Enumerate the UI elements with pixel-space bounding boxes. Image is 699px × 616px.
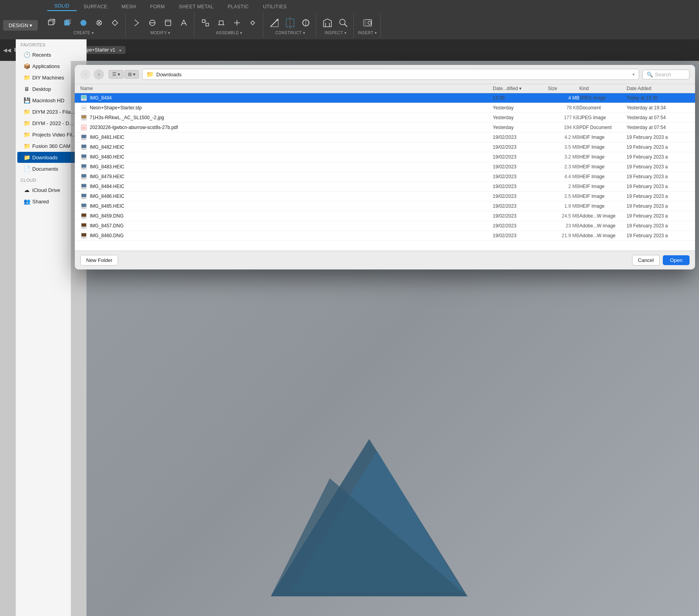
col-size[interactable]: Size — [548, 86, 579, 91]
new-folder-button[interactable]: New Folder — [80, 255, 118, 266]
table-row[interactable]: STP Neon+Shape+Starter.stp Yesterday 78 … — [75, 103, 695, 113]
grid-view-chevron: ▾ — [133, 72, 135, 77]
table-row[interactable]: DNG IMG_8460.DNG 19/02/2023 21.9 MB Adob… — [75, 231, 695, 241]
file-modified-date: 19/02/2023 — [493, 194, 548, 199]
file-type-icon: STP — [80, 104, 87, 111]
file-date-added: 19 February 2023 a — [627, 164, 690, 170]
modify-icon-1[interactable] — [129, 16, 144, 30]
col-name[interactable]: Name — [80, 86, 493, 91]
file-date-added: 19 February 2023 a — [627, 194, 690, 199]
svg-text:HEIC: HEIC — [82, 188, 86, 189]
svg-rect-79 — [81, 223, 86, 227]
location-bar[interactable]: 📁 Downloads ▾ — [142, 69, 639, 80]
location-chevron-icon: ▾ — [632, 72, 635, 77]
construct-icon-1[interactable] — [267, 16, 281, 30]
svg-rect-70 — [81, 194, 86, 197]
table-row[interactable]: JPG 71H3s-RRkwL._AC_SL1500_-2.jpg Yester… — [75, 113, 695, 123]
toolbar: SOLID SURFACE MESH FORM SHEET METAL PLAS… — [0, 0, 699, 39]
assemble-icon-3[interactable] — [230, 16, 244, 30]
file-size: 4 MB — [548, 95, 579, 101]
file-kind: PDF Document — [579, 125, 627, 130]
assemble-icon-2[interactable] — [214, 16, 228, 30]
table-row[interactable]: PDF 20230226-lgwbcn-aburrow-scst8s-27b.p… — [75, 123, 695, 133]
forward-button[interactable]: › — [94, 69, 104, 79]
file-kind: HEIF Image — [579, 203, 627, 209]
tab-form[interactable]: FORM — [143, 2, 172, 11]
table-row[interactable]: HEIC IMG_8484.HEIC 19/02/2023 2 MB HEIF … — [75, 182, 695, 192]
tab-plastic[interactable]: PLASTIC — [220, 2, 256, 11]
documents-label: Documents — [32, 166, 58, 172]
sidebar-item-recents[interactable]: 🕐 Recents — [17, 49, 85, 60]
applications-label: Applications — [32, 63, 60, 69]
modify-icon-4[interactable] — [177, 16, 191, 30]
diym-2023-label: DIYM 2023 - Fila... — [32, 109, 75, 115]
recents-icon: 🕐 — [24, 52, 30, 58]
construct-icon-2[interactable] — [283, 16, 297, 30]
insert-icon-1[interactable] — [361, 16, 375, 30]
file-type-icon: JPG — [80, 94, 87, 101]
grid-view-button[interactable]: ⊞ ▾ — [124, 70, 139, 79]
table-row[interactable]: HEIC IMG_8482.HEIC 19/02/2023 3.5 MB HEI… — [75, 142, 695, 152]
svg-rect-15 — [202, 20, 205, 22]
modify-icon-3[interactable] — [161, 16, 175, 30]
diy-machines-icon: 📁 — [24, 74, 30, 81]
icloud-icon: ☁ — [24, 187, 30, 193]
list-view-button[interactable]: ☰ ▾ — [109, 70, 124, 79]
macintosh-hd-icon: 💾 — [24, 97, 30, 103]
search-box[interactable]: 🔍 Search — [642, 70, 690, 79]
modify-icon-2[interactable] — [145, 16, 159, 30]
construct-label: CONSTRUCT ▾ — [276, 31, 305, 35]
table-row[interactable]: HEIC IMG_8486.HEIC 19/02/2023 2.5 MB HEI… — [75, 192, 695, 201]
search-placeholder: Search — [655, 72, 671, 77]
tab-sheet-metal[interactable]: SHEET METAL — [172, 2, 221, 11]
svg-text:HEIC: HEIC — [82, 138, 86, 140]
col-modified[interactable]: Date...dified ▾ — [493, 86, 548, 91]
col-added[interactable]: Date Added — [627, 86, 690, 91]
file-table-header: Name Date...dified ▾ Size Kind Date Adde… — [75, 84, 695, 93]
tab-surface[interactable]: SURFACE — [77, 2, 115, 11]
svg-rect-42 — [81, 96, 86, 99]
table-row[interactable]: DNG IMG_8459.DNG 19/02/2023 24.5 MB Adob… — [75, 211, 695, 221]
inspect-icon-2[interactable] — [336, 16, 350, 30]
recents-label: Recents — [32, 52, 51, 58]
svg-text:HEIC: HEIC — [82, 168, 86, 170]
assemble-icon-1[interactable] — [198, 16, 213, 30]
table-row[interactable]: HEIC IMG_8485.HEIC 19/02/2023 1.9 MB HEI… — [75, 201, 695, 211]
tab-mesh[interactable]: MESH — [115, 2, 143, 11]
file-size: 24.5 MB — [548, 213, 579, 219]
toolbar-buttons: DESIGN ▾ — [0, 11, 699, 39]
browser-back-arrow[interactable]: ◀◀ — [3, 47, 11, 53]
assemble-icon-4[interactable] — [246, 16, 260, 30]
create-icon-4[interactable] — [92, 16, 106, 30]
create-icon-2[interactable] — [61, 16, 75, 30]
inspect-icon-1[interactable] — [320, 16, 335, 30]
open-button[interactable]: Open — [663, 255, 690, 265]
design-button[interactable]: DESIGN ▾ — [3, 20, 38, 31]
tab-utilities[interactable]: UTILITIES — [256, 2, 294, 11]
table-row[interactable]: HEIC IMG_8481.HEIC 19/02/2023 4.2 MB HEI… — [75, 133, 695, 142]
file-name: IMG_8479.HEIC — [90, 174, 124, 179]
table-row[interactable]: DNG IMG_8457.DNG 19/02/2023 23 MB Adobe.… — [75, 221, 695, 231]
downloads-icon: 📁 — [24, 154, 30, 160]
table-row[interactable]: JPG IMG_8494 13:30 4 MB JPEG image Today… — [75, 93, 695, 103]
file-size: 21.9 MB — [548, 233, 579, 238]
construct-icon-3[interactable] — [299, 16, 313, 30]
file-kind: HEIF Image — [579, 174, 627, 179]
svg-text:JPG: JPG — [82, 118, 85, 120]
table-row[interactable]: HEIC IMG_8479.HEIC 19/02/2023 4.4 MB HEI… — [75, 172, 695, 182]
fusion-cam-label: Fusion 360 CAM — [32, 143, 70, 149]
table-row[interactable]: HEIC IMG_8483.HEIC 19/02/2023 2.3 MB HEI… — [75, 162, 695, 172]
tab-solid[interactable]: SOLID — [47, 2, 77, 11]
back-button[interactable]: ‹ — [80, 69, 91, 79]
create-icon-3[interactable] — [76, 16, 91, 30]
create-icon-1[interactable] — [45, 16, 59, 30]
svg-text:HEIC: HEIC — [82, 207, 86, 209]
create-icon-5[interactable] — [108, 16, 122, 30]
table-row[interactable]: HEIC IMG_8480.HEIC 19/02/2023 3.2 MB HEI… — [75, 152, 695, 162]
svg-text:HEIC: HEIC — [82, 158, 86, 160]
doc-close-icon[interactable]: ● — [119, 48, 122, 52]
col-kind[interactable]: Kind — [579, 86, 627, 91]
diym-2022-label: DIYM - 2022 - D... — [32, 120, 74, 126]
cancel-button[interactable]: Cancel — [632, 255, 660, 266]
svg-rect-64 — [81, 174, 86, 177]
